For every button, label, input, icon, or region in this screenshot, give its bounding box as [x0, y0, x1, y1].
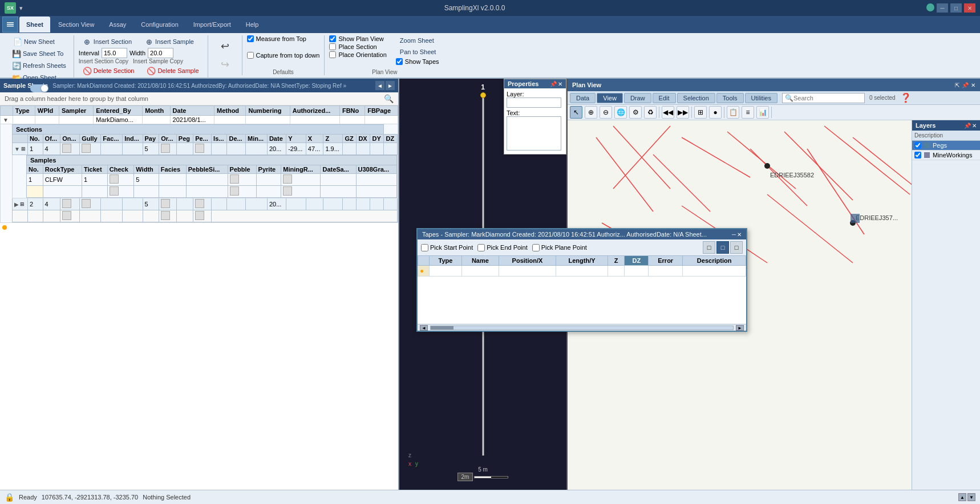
capture-from-top-check[interactable]	[247, 52, 254, 59]
grid-search-button[interactable]: 🔍	[384, 94, 394, 103]
pegs-checkbox[interactable]	[914, 142, 921, 149]
list2-tool-button[interactable]: 📊	[756, 106, 769, 119]
maximize-button[interactable]: □	[950, 3, 962, 13]
plan-help-button[interactable]: ❓	[900, 92, 912, 103]
plan-tab-view[interactable]: View	[597, 93, 623, 103]
plan-tab-draw[interactable]: Draw	[624, 93, 651, 103]
plan-view-pin-button[interactable]: 📌	[962, 82, 969, 88]
mineworkings-checkbox[interactable]	[914, 152, 921, 158]
plan-tab-edit[interactable]: Edit	[653, 93, 676, 103]
width-input[interactable]	[148, 48, 173, 58]
redo-button[interactable]: ↪	[218, 55, 232, 74]
insert-section-button[interactable]: ⊕ Insert Section	[79, 35, 136, 48]
status-up-button[interactable]: ▲	[958, 493, 966, 501]
layer-input[interactable]	[507, 97, 561, 108]
refresh-tool-button[interactable]: ♻	[644, 106, 657, 119]
insert-sample-button[interactable]: ⊕ Insert Sample	[140, 35, 198, 48]
pick-plane-check[interactable]	[532, 244, 540, 251]
sec-expand-1[interactable]: ▼ ⊞	[13, 143, 28, 155]
layer-item-mineworkings[interactable]: MineWorkings	[912, 151, 980, 160]
sample-row-1[interactable]: 1 CLFW 1 5	[27, 174, 397, 186]
next-sheet-button[interactable]: ►	[386, 81, 395, 90]
delete-section-button[interactable]: 🚫 Delete Section	[79, 64, 139, 77]
new-sheet-button[interactable]: 📄 New Sheet	[9, 35, 59, 48]
tab-assay[interactable]: Assay	[102, 17, 133, 32]
pan-to-sheet-button[interactable]: Pan to Sheet	[396, 47, 440, 57]
next-tool-button[interactable]: ▶▶	[677, 106, 689, 119]
tapes-minimize-button[interactable]: ─	[732, 231, 736, 238]
sec-expand-2[interactable]: ▶ ⊞	[13, 198, 28, 210]
tapes-new-row[interactable]: ●	[418, 266, 746, 277]
tapes-action-btn-2[interactable]: □	[716, 241, 729, 254]
tab-help[interactable]: Help	[239, 17, 266, 32]
table-row[interactable]: ▼ MarkDiamo... 2021/08/1...	[1, 116, 398, 124]
tab-import-export[interactable]: Import/Export	[187, 17, 238, 32]
tab-section-view[interactable]: Section View	[51, 17, 101, 32]
col-wpid[interactable]: WPId	[35, 106, 59, 116]
grid-tool-button[interactable]: ⊞	[694, 106, 707, 119]
layers-pin-button[interactable]: 📌	[964, 123, 971, 129]
dot-tool-button[interactable]: ●	[709, 106, 722, 119]
plan-view-close-button[interactable]: ✕	[971, 82, 975, 88]
place-orientation-check[interactable]	[329, 51, 336, 58]
text-input[interactable]	[507, 116, 561, 151]
plan-tab-utilities[interactable]: Utilities	[745, 93, 777, 103]
tab-sheet[interactable]: Sheet	[19, 17, 50, 32]
section-row-2[interactable]: ▶ ⊞ 2 4	[13, 198, 398, 210]
col-entered-by[interactable]: Entered_By	[94, 106, 143, 116]
save-sheet-to-button[interactable]: 💾 Save Sheet To	[9, 48, 69, 59]
filtered-toggle[interactable]	[30, 84, 48, 92]
tapes-action-btn-1[interactable]: □	[703, 241, 715, 254]
status-down-button[interactable]: ▼	[967, 493, 975, 501]
pick-end-check[interactable]	[477, 244, 485, 251]
plan-tab-data[interactable]: Data	[570, 93, 596, 103]
zoom-sheet-button[interactable]: Zoom Sheet	[396, 35, 440, 46]
layer-item-pegs[interactable]: Pegs	[912, 141, 980, 151]
col-authorized[interactable]: Authorized...	[290, 106, 339, 116]
tapes-grid-container[interactable]: Type Name Position/X Length/Y Z DZ Error…	[418, 255, 746, 324]
col-fbno[interactable]: FBNo	[339, 106, 365, 116]
plan-tab-selection[interactable]: Selection	[677, 93, 715, 103]
col-date[interactable]: Date	[170, 106, 214, 116]
section-row-1[interactable]: ▼ ⊞ 1 4	[13, 143, 398, 155]
tapes-scroll-right-btn[interactable]: ►	[736, 325, 744, 331]
prev-sheet-button[interactable]: ◄	[375, 81, 384, 90]
undo-button[interactable]: ↩	[218, 37, 232, 55]
row-expand-1[interactable]: ▼	[1, 116, 13, 124]
col-type[interactable]: Type	[13, 106, 35, 116]
data-grid[interactable]: Type WPId Sampler Entered_By Month Date …	[0, 105, 398, 223]
pick-start-check[interactable]	[421, 244, 428, 251]
col-fbpage[interactable]: FBPage	[365, 106, 398, 116]
plan-search-input[interactable]	[793, 95, 862, 101]
minimize-button[interactable]: ─	[937, 3, 948, 13]
globe-tool-button[interactable]: 🌐	[614, 106, 627, 119]
layers-close-button[interactable]: ✕	[972, 123, 977, 129]
properties-pin-button[interactable]: 📌	[550, 81, 557, 87]
properties-close-button[interactable]: ✕	[558, 81, 562, 87]
interval-input[interactable]	[102, 48, 127, 58]
tapes-scroll-btn[interactable]: ◄	[420, 325, 428, 331]
col-sampler[interactable]: Sampler	[59, 106, 93, 116]
measure-from-top-check[interactable]	[247, 35, 254, 42]
tab-configuration[interactable]: Configuration	[134, 17, 185, 32]
col-month[interactable]: Month	[143, 106, 170, 116]
samp-no-2-new[interactable]	[27, 186, 43, 198]
place-section-check[interactable]	[329, 43, 336, 50]
col-method[interactable]: Method	[214, 106, 245, 116]
zoom-out-tool-button[interactable]: ⊖	[600, 106, 612, 119]
tapes-action-btn-3[interactable]: □	[730, 241, 743, 254]
settings-tool-button[interactable]: ⚙	[629, 106, 642, 119]
show-tapes-check[interactable]	[396, 58, 403, 65]
zoom-in-tool-button[interactable]: ⊕	[585, 106, 597, 119]
tapes-close-button[interactable]: ✕	[737, 231, 742, 238]
home-button[interactable]	[2, 17, 18, 32]
refresh-sheets-button[interactable]: 🔄 Refresh Sheets	[9, 60, 69, 71]
col-numbering[interactable]: Numbering	[246, 106, 290, 116]
select-tool-button[interactable]: ↖	[570, 106, 582, 119]
list-tool-button[interactable]: ≡	[742, 106, 754, 119]
sample-row-2[interactable]	[27, 186, 397, 198]
plan-tab-tools[interactable]: Tools	[716, 93, 744, 103]
tapes-scrollbar[interactable]	[430, 326, 734, 330]
plan-view-resize-button[interactable]: ⇱	[955, 82, 959, 88]
export-tool-button[interactable]: 📋	[727, 106, 739, 119]
